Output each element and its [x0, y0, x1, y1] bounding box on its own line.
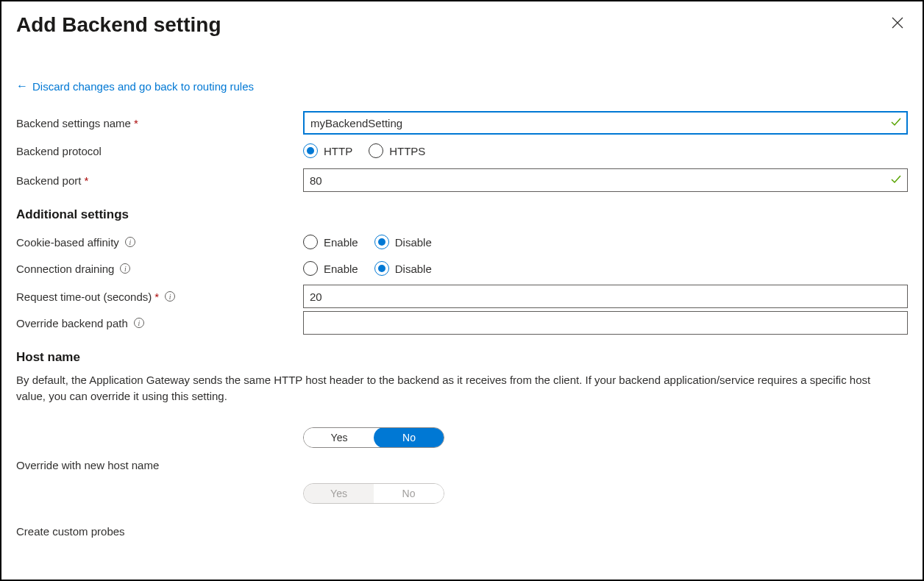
override-host-disabled-yes: Yes	[304, 484, 374, 503]
protocol-http-label: HTTP	[324, 145, 352, 157]
check-icon	[890, 174, 902, 188]
close-icon	[892, 17, 903, 29]
draining-enable-radio[interactable]: Enable	[303, 261, 358, 276]
info-icon[interactable]: i	[165, 291, 175, 302]
port-label: Backend port	[16, 174, 81, 187]
hostname-heading: Host name	[16, 350, 908, 365]
draining-enable-label: Enable	[324, 263, 358, 275]
affinity-enable-label: Enable	[324, 236, 358, 249]
arrow-left-icon: ←	[16, 79, 28, 93]
draining-disable-radio[interactable]: Disable	[374, 261, 432, 276]
radio-icon	[374, 235, 389, 249]
hostname-description: By default, the Application Gateway send…	[16, 372, 884, 404]
override-host-no[interactable]: No	[374, 427, 444, 448]
radio-icon	[374, 261, 389, 276]
required-indicator: *	[134, 117, 138, 129]
info-icon[interactable]: i	[134, 318, 144, 328]
discard-back-link[interactable]: ← Discard changes and go back to routing…	[16, 79, 254, 93]
required-indicator: *	[84, 174, 88, 187]
timeout-label: Request time-out (seconds)	[16, 290, 152, 303]
affinity-label: Cookie-based affinity	[16, 236, 119, 249]
settings-name-input[interactable]	[303, 111, 908, 135]
radio-icon	[303, 235, 318, 249]
override-host-toggle[interactable]: Yes No	[303, 427, 444, 448]
affinity-enable-radio[interactable]: Enable	[303, 235, 358, 249]
radio-icon	[303, 143, 318, 158]
protocol-https-radio[interactable]: HTTPS	[369, 143, 425, 158]
timeout-input[interactable]	[303, 285, 908, 308]
draining-label: Connection draining	[16, 263, 114, 275]
draining-disable-label: Disable	[395, 263, 432, 275]
override-path-label: Override backend path	[16, 317, 128, 329]
settings-name-label: Backend settings name	[16, 117, 131, 129]
page-title: Add Backend setting	[16, 13, 221, 37]
override-host-yes[interactable]: Yes	[304, 428, 374, 447]
info-icon[interactable]: i	[120, 263, 130, 274]
override-path-input[interactable]	[303, 311, 908, 335]
protocol-label: Backend protocol	[16, 145, 102, 157]
affinity-disable-radio[interactable]: Disable	[374, 235, 432, 249]
protocol-http-radio[interactable]: HTTP	[303, 143, 352, 158]
close-button[interactable]	[887, 13, 908, 34]
port-input[interactable]	[303, 168, 908, 192]
affinity-disable-label: Disable	[395, 236, 432, 249]
additional-settings-heading: Additional settings	[16, 207, 908, 222]
protocol-https-label: HTTPS	[389, 145, 425, 157]
override-host-disabled-no: No	[374, 484, 444, 503]
radio-icon	[369, 143, 383, 158]
required-indicator: *	[154, 290, 159, 303]
back-link-label: Discard changes and go back to routing r…	[32, 80, 254, 93]
custom-probes-label: Create custom probes	[16, 525, 125, 538]
radio-icon	[303, 261, 318, 276]
override-host-toggle-disabled: Yes No	[303, 483, 444, 504]
info-icon[interactable]: i	[125, 237, 135, 247]
check-icon	[890, 116, 902, 130]
override-host-label: Override with new host name	[16, 459, 159, 471]
